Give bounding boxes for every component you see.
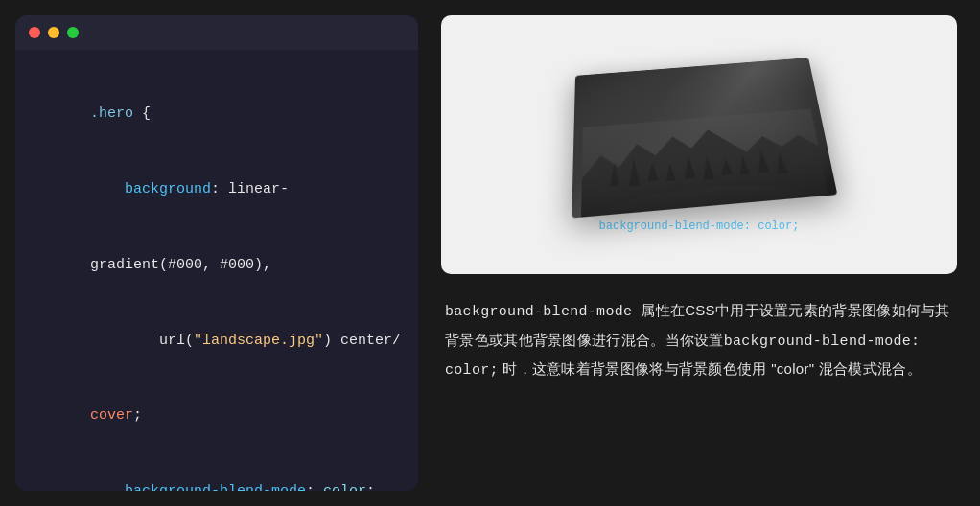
svg-rect-0 bbox=[581, 108, 828, 217]
description-area: background-blend-mode 属性在CSS中用于设置元素的背景图像… bbox=[441, 274, 957, 491]
code-line-3: gradient(#000, #000), bbox=[38, 228, 395, 304]
code-line-6: background-blend-mode: color; bbox=[38, 454, 395, 491]
title-bar bbox=[15, 15, 418, 50]
code-line-4: url("landscape.jpg") center/ bbox=[38, 303, 395, 379]
code-panel: .hero { background: linear- gradient(#00… bbox=[15, 15, 418, 491]
code-line-1: .hero { bbox=[38, 77, 395, 152]
right-panel: background-blend-mode: color; background… bbox=[433, 0, 980, 506]
landscape-svg bbox=[572, 107, 837, 218]
landscape-image bbox=[572, 58, 837, 218]
preview-inner: background-blend-mode: color; bbox=[441, 15, 957, 274]
code-line-2: background: linear- bbox=[38, 152, 395, 228]
maximize-dot bbox=[67, 27, 79, 38]
description-text: background-blend-mode 属性在CSS中用于设置元素的背景图像… bbox=[445, 297, 953, 385]
code-line-5: cover; bbox=[38, 379, 395, 454]
minimize-dot bbox=[48, 27, 59, 38]
preview-area: background-blend-mode: color; bbox=[441, 15, 957, 274]
preview-label: background-blend-mode: color; bbox=[599, 219, 800, 233]
close-dot bbox=[29, 27, 40, 38]
code-content: .hero { background: linear- gradient(#00… bbox=[15, 50, 418, 491]
css-selector: .hero bbox=[90, 105, 133, 122]
